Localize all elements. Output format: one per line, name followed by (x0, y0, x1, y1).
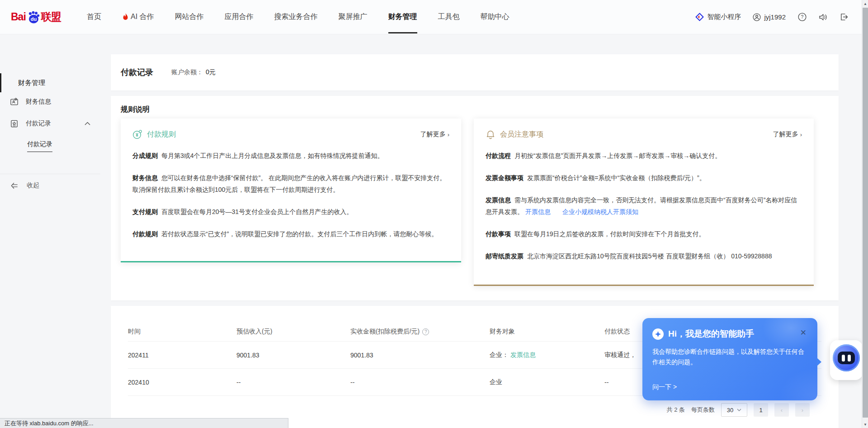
col-time: 时间 (128, 328, 236, 336)
rule-item: 付款规则若付款状态显示“已支付”，说明联盟已安排了您的付款。支付后三个工作日内到… (132, 228, 449, 240)
browser-status-bar: 正在等待 xlab.baidu.com 的响应... (0, 418, 288, 428)
col-finance-target: 财务对象 (490, 328, 604, 336)
cell-time: 202410 (128, 379, 236, 386)
mini-program-icon (695, 13, 704, 21)
assistant-title: Hi，我是您的智能助手 (668, 328, 754, 340)
ask-now-link[interactable]: 问一下 > (652, 383, 677, 391)
cell-estimated: -- (236, 379, 350, 386)
main-menu: 首页 AI 合作 网站合作 应用合作 搜索业务合作 聚屏推广 财务管理 工具包 … (87, 0, 509, 34)
chevron-up-icon (85, 122, 90, 125)
logo-text-bai: Bai (11, 11, 26, 23)
scrollbar-thumb[interactable] (863, 8, 868, 418)
sidebar: 财务管理 财务信息 付款记录 付款记录 收起 (0, 34, 111, 428)
payment-records-icon (10, 119, 19, 128)
rule-item: 付款流程月初按“发票信息”页面开具发票→上传发票→邮寄发票→审核→确认支付。 (486, 150, 802, 162)
baidu-union-logo[interactable]: Bai du 联盟 (11, 10, 70, 24)
nav-item-screen-ads[interactable]: 聚屏推广 (339, 0, 368, 34)
svg-text:¥: ¥ (136, 133, 138, 138)
rules-section-title: 规则说明 (121, 105, 150, 114)
user-account[interactable]: jyj1992 (753, 13, 786, 21)
topnav-right-area: 智能小程序 jyj1992 ? (695, 13, 848, 22)
sidebar-subitem-payment-records[interactable]: 付款记录 (0, 139, 52, 153)
col-estimated-income: 预估收入(元) (236, 328, 350, 336)
top-navigation: Bai du 联盟 首页 AI 合作 网站合作 应用合作 搜索业务合作 聚屏推广… (0, 0, 868, 34)
rule-item: 支付规则百度联盟会在每月20号—31号支付企业会员上个自然月产生的收入。 (132, 206, 449, 218)
cell-target: 企业： 发票信息 (490, 351, 604, 359)
account-balance: 账户余额：0元 (171, 68, 216, 76)
sidebar-collapse-button[interactable]: 收起 (0, 177, 39, 194)
pagination-total: 共 2 条 (667, 406, 685, 414)
cell-actual: 9001.83 (350, 352, 490, 359)
page-number-button[interactable]: 1 (754, 403, 768, 417)
svg-text:du: du (31, 16, 37, 22)
svg-text:?: ? (801, 14, 803, 19)
balance-value: 0元 (206, 68, 216, 76)
page-header-card: 付款记录 账户余额：0元 (111, 54, 839, 90)
sidebar-divider (0, 174, 100, 174)
payment-rules-card: ¥ 付款规则 了解更多› 分成规则每月第3或4个工作日产出上月分成信息及发票信息… (121, 119, 461, 262)
rule-item: 发票金额事项发票票面“价税合计”金额=系统中“实收金额（扣除税费后/元）”。 (486, 172, 802, 184)
cell-estimated: 9001.83 (236, 352, 350, 359)
prev-page-button[interactable]: ‹ (774, 403, 789, 417)
finance-info-icon (10, 98, 19, 106)
nav-item-finance[interactable]: 财务管理 (388, 0, 417, 34)
rules-section-card: 规则说明 ¥ 付款规则 了解更多› 分成规则每月第3或4个工作日产出上月分成信息… (111, 96, 839, 300)
rule-item: 邮寄纸质发票北京市海淀区西北旺东路10号院百度科技园5号楼 百度联盟财务组（收）… (486, 250, 802, 262)
logout-icon[interactable] (839, 13, 848, 22)
sidebar-item-finance-info[interactable]: 财务信息 (0, 93, 51, 111)
rule-item: 分成规则每月第3或4个工作日产出上月分成信息及发票信息，如有特殊情况将提前通知。 (132, 150, 449, 162)
nav-item-help[interactable]: 帮助中心 (481, 0, 509, 34)
next-page-button[interactable]: › (795, 403, 810, 417)
nav-item-website[interactable]: 网站合作 (175, 0, 204, 34)
invoice-info-table-link[interactable]: 发票信息 (510, 351, 536, 358)
chevron-down-icon (737, 409, 741, 411)
help-icon[interactable]: ? (797, 13, 807, 22)
sound-icon[interactable] (818, 13, 827, 22)
pagination: 共 2 条 每页条数 30 1 ‹ › (128, 403, 821, 417)
nav-item-home[interactable]: 首页 (87, 0, 101, 34)
cell-time: 202411 (128, 352, 236, 359)
flame-icon (122, 13, 129, 21)
assistant-robot-avatar[interactable] (830, 340, 863, 380)
vertical-scrollbar[interactable]: ▲ ▼ (862, 0, 868, 428)
user-icon (753, 13, 761, 21)
logo-text-union: 联盟 (41, 10, 61, 24)
member-notice-card: 会员注意事项 了解更多› 付款流程月初按“发票信息”页面开具发票→上传发票→邮寄… (474, 119, 814, 286)
close-icon[interactable]: ✕ (800, 329, 807, 337)
payment-rules-more-link[interactable]: 了解更多› (420, 130, 449, 138)
coin-yuan-icon: ¥ (132, 129, 142, 139)
chevron-right-icon: › (448, 131, 449, 138)
status-text: 正在等待 xlab.baidu.com 的响应... (5, 419, 94, 428)
scroll-down-arrow[interactable]: ▼ (862, 421, 868, 428)
baidu-paw-icon: du (26, 10, 41, 24)
nav-item-ai[interactable]: AI 合作 (122, 0, 154, 34)
assistant-message: 我会帮助您诊断合作链路问题，以及解答您关于任何合作相关的问题。 (642, 340, 817, 367)
assistant-popup: Hi，我是您的智能助手 ✕ 我会帮助您诊断合作链路问题，以及解答您关于任何合作相… (642, 318, 817, 400)
assistant-compass-icon (652, 328, 664, 340)
nav-item-search-biz[interactable]: 搜索业务合作 (274, 0, 318, 34)
rule-item: 发票信息需与系统内发票信息内容完全一致，否则无法支付。请根据发票信息页面中“百度… (486, 194, 802, 218)
chevron-right-icon: › (800, 131, 802, 138)
member-notice-more-link[interactable]: 了解更多› (773, 130, 802, 138)
bell-icon (486, 129, 495, 139)
payment-rules-title: 付款规则 (147, 130, 176, 139)
page-title: 付款记录 (121, 67, 153, 78)
nav-item-app[interactable]: 应用合作 (225, 0, 254, 34)
col-actual-amount: 实收金额(扣除税费后/元) ? (350, 328, 490, 336)
cell-actual: -- (350, 379, 490, 386)
collapse-icon (10, 181, 19, 190)
small-taxpayer-notice-link[interactable]: 企业小规模纳税人开票须知 (562, 208, 638, 215)
cell-target: 企业 (490, 378, 604, 386)
nav-item-toolkit[interactable]: 工具包 (438, 0, 460, 34)
robot-icon (833, 344, 860, 371)
per-page-select[interactable]: 30 (721, 403, 747, 417)
rule-item: 财务信息您可以在财务信息中选择“保留付款”。 在此期间您产生的收入将在账户内进行… (132, 172, 449, 195)
invoice-info-link[interactable]: 开票信息 (525, 208, 551, 215)
mini-program-entry[interactable]: 智能小程序 (695, 13, 741, 21)
sidebar-item-payment-records[interactable]: 付款记录 (0, 114, 90, 133)
scroll-up-arrow[interactable]: ▲ (862, 0, 868, 7)
per-page-label: 每页条数 (691, 406, 715, 414)
sidebar-section-finance[interactable]: 财务管理 (0, 74, 111, 92)
rule-item: 付款事项联盟在每月19日之后签收的发票，付款时间安排在下个月首批支付。 (486, 228, 802, 240)
column-help-icon[interactable]: ? (422, 328, 429, 335)
